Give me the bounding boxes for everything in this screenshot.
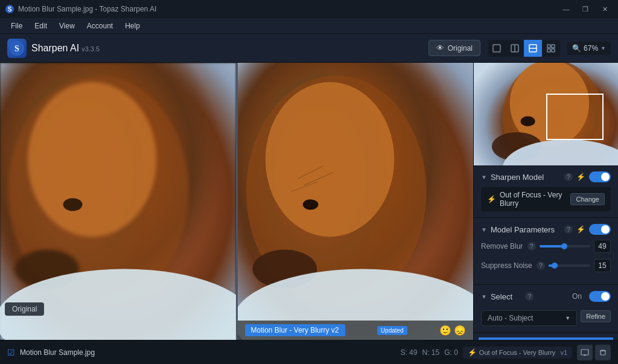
subject-dropdown[interactable]: Auto - Subject ▼	[481, 310, 577, 326]
minimize-button[interactable]: —	[558, 2, 575, 16]
toggle-knob-3	[601, 292, 610, 301]
remove-blur-help[interactable]: ?	[527, 242, 536, 251]
right-panel: ▼ Sharpen Model ? ⚡ ⚡ Out of Focus - Ver…	[473, 63, 618, 340]
title-bar-title: S Motion Blur Sample.jpg - Topaz Sharpen…	[5, 4, 156, 14]
remove-blur-fill	[540, 245, 564, 247]
status-filename: Motion Blur Sample.jpg	[20, 348, 395, 357]
image-label-right: Motion Blur - Very Blurry v2 Updated 🙂 😞	[238, 321, 474, 340]
chevron-down-icon: ▼	[600, 45, 606, 51]
sharpen-model-title: Sharpen Model	[491, 173, 561, 182]
svg-rect-10	[552, 45, 555, 48]
view-split-h-button[interactable]	[524, 40, 542, 57]
status-version: v1	[560, 349, 567, 356]
save-section: 💾 Save Image	[474, 333, 618, 340]
model-lightning-icon: ⚡	[487, 195, 496, 203]
toggle-knob	[601, 173, 610, 181]
toggle-knob-2	[601, 225, 610, 234]
change-model-button[interactable]: Change	[570, 193, 605, 205]
sad-icon[interactable]: 😞	[454, 325, 466, 336]
menu-file[interactable]: File	[5, 20, 28, 32]
image-left: Original	[0, 63, 236, 340]
image-panel: Original Motion Blur - Very Blu	[0, 63, 473, 340]
thumbnail-selection-rect	[546, 94, 604, 140]
select-section: ▼ Select ? On Auto - Subject ▼ Refine	[474, 285, 618, 333]
lightning-icon: ⚡	[576, 173, 585, 181]
suppress-noise-value[interactable]: 15	[594, 259, 611, 272]
suppress-noise-slider[interactable]	[549, 264, 590, 267]
remove-blur-value[interactable]: 49	[594, 240, 611, 253]
svg-point-30	[521, 117, 535, 127]
svg-point-19	[265, 82, 393, 237]
sharpen-model-section: ▼ Sharpen Model ? ⚡ ⚡ Out of Focus - Ver…	[474, 165, 618, 218]
menu-view[interactable]: View	[53, 20, 81, 32]
menu-account[interactable]: Account	[81, 20, 119, 32]
status-s-value: S: 49	[400, 348, 417, 357]
params-lightning-icon: ⚡	[576, 225, 585, 234]
window-controls: — ❐ ✕	[558, 2, 613, 16]
select-help[interactable]: ?	[525, 292, 534, 301]
svg-text:S: S	[14, 44, 19, 53]
status-model-badge: ⚡ Out of Focus - Very Blurry v1	[463, 346, 572, 359]
svg-text:S: S	[8, 6, 12, 13]
svg-point-17	[63, 198, 83, 211]
save-image-button[interactable]: 💾 Save Image	[479, 337, 613, 340]
sharpen-model-help[interactable]: ?	[564, 173, 573, 181]
model-selector: ⚡ Out of Focus - Very Blurry Change	[481, 187, 611, 211]
sharpen-model-toggle[interactable]	[589, 171, 611, 182]
select-controls: Auto - Subject ▼ Refine	[481, 307, 611, 326]
chevron-icon-2: ▼	[481, 226, 487, 233]
main-layout: Original Motion Blur - Very Blu	[0, 63, 618, 340]
svg-rect-4	[493, 45, 500, 52]
delete-icon-button[interactable]	[595, 345, 611, 360]
svg-rect-11	[547, 49, 550, 52]
svg-point-14	[28, 82, 156, 237]
chevron-icon: ▼	[481, 174, 487, 180]
chevron-icon-3: ▼	[481, 293, 487, 300]
model-params-help[interactable]: ?	[564, 225, 573, 234]
suppress-noise-help[interactable]: ?	[537, 261, 545, 270]
svg-rect-34	[600, 351, 605, 355]
chevron-down-icon-2: ▼	[565, 315, 570, 321]
zoom-icon: 🔍	[572, 44, 581, 53]
remove-blur-slider[interactable]	[540, 245, 590, 247]
select-title: Select	[491, 292, 522, 301]
app-name: Sharpen AIv3.3.5	[31, 43, 100, 54]
status-g-value: G: 0	[444, 348, 458, 357]
eye-icon: 👁	[436, 43, 444, 53]
model-params-toggle[interactable]	[589, 224, 611, 235]
view-split-v-button[interactable]	[506, 40, 524, 57]
model-tab-label: Motion Blur - Very Blurry v2	[245, 324, 345, 336]
preview-thumbnail	[474, 63, 618, 165]
suppress-noise-fill	[549, 264, 555, 267]
select-header: ▼ Select ? On	[481, 291, 611, 302]
emoji-controls: 🙂 😞	[439, 325, 466, 336]
select-toggle[interactable]	[589, 291, 611, 302]
svg-rect-31	[581, 350, 588, 355]
original-button[interactable]: 👁 Original	[428, 40, 480, 56]
menu-help[interactable]: Help	[119, 20, 146, 32]
maximize-button[interactable]: ❐	[577, 2, 594, 16]
model-name-label: Out of Focus - Very Blurry	[500, 191, 567, 208]
menu-edit[interactable]: Edit	[28, 20, 53, 32]
display-icon-button[interactable]	[577, 345, 593, 360]
view-single-button[interactable]	[488, 40, 506, 57]
remove-blur-label: Remove Blur ?	[481, 242, 536, 251]
menu-bar: File Edit View Account Help	[0, 18, 618, 34]
svg-rect-9	[547, 45, 550, 48]
check-icon: ☑	[7, 348, 15, 357]
happy-icon[interactable]: 🙂	[439, 325, 451, 336]
refine-button[interactable]: Refine	[581, 310, 611, 322]
close-button[interactable]: ✕	[596, 2, 613, 16]
updated-badge: Updated	[377, 326, 407, 335]
status-model-name: Out of Focus - Very Blurry	[479, 349, 556, 356]
status-bar: ☑ Motion Blur Sample.jpg S: 49 N: 15 G: …	[0, 340, 618, 364]
on-label: On	[572, 292, 582, 301]
view-grid-button[interactable]	[542, 40, 560, 57]
app-logo: S Sharpen AIv3.3.5	[7, 39, 100, 58]
dropdown-value: Auto - Subject	[488, 314, 533, 322]
model-params-section: ▼ Model Parameters ? ⚡ Remove Blur ? 49	[474, 218, 618, 285]
svg-point-22	[302, 199, 318, 209]
logo-icon: S	[7, 39, 27, 58]
zoom-control[interactable]: 🔍 67% ▼	[567, 42, 611, 55]
model-params-header: ▼ Model Parameters ? ⚡	[481, 224, 611, 235]
